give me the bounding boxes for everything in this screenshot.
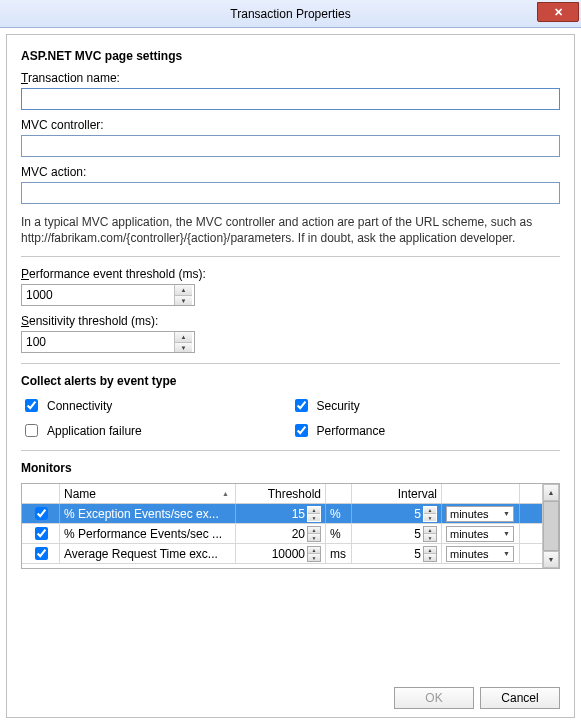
chevron-down-icon: ▼ — [503, 550, 510, 557]
close-icon: ✕ — [554, 6, 563, 19]
scroll-down-icon[interactable]: ▼ — [543, 551, 559, 568]
appfailure-label: Application failure — [47, 424, 142, 438]
sens-threshold-input[interactable] — [22, 332, 174, 352]
label-perf-threshold: Performance event threshold (ms): — [21, 267, 560, 281]
label-sens-threshold: Sensitivity threshold (ms): — [21, 314, 560, 328]
row-threshold[interactable]: 10000▲▼ — [236, 544, 326, 563]
interval-unit-dropdown[interactable]: minutes▼ — [446, 506, 514, 522]
interval-spinner[interactable]: ▲▼ — [423, 546, 437, 562]
label-mvc-controller: MVC controller: — [21, 118, 560, 132]
row-checkbox[interactable] — [35, 547, 48, 560]
section-monitors-heading: Monitors — [21, 461, 560, 475]
divider-3 — [21, 450, 560, 451]
row-threshold-unit: % — [326, 524, 352, 543]
dialog-body: ASP.NET MVC page settings Transaction na… — [6, 34, 575, 718]
label-transaction-name: Transaction name: — [21, 71, 560, 85]
divider-1 — [21, 256, 560, 257]
ok-button[interactable]: OK — [394, 687, 474, 709]
threshold-spinner[interactable]: ▲▼ — [307, 526, 321, 542]
table-row[interactable]: Average Request Time exc...10000▲▼ms5▲▼m… — [22, 544, 542, 564]
grid-header-check — [22, 484, 60, 503]
section-mvc-heading: ASP.NET MVC page settings — [21, 49, 560, 63]
row-checkbox[interactable] — [35, 507, 48, 520]
row-interval[interactable]: 5▲▼ — [352, 544, 442, 563]
performance-label: Performance — [317, 424, 386, 438]
threshold-spinner[interactable]: ▲▼ — [307, 546, 321, 562]
row-name: % Exception Events/sec ex... — [60, 504, 236, 523]
grid-header-thresh-unit — [326, 484, 352, 503]
spin-up-icon[interactable]: ▲ — [175, 332, 192, 343]
row-interval[interactable]: 5▲▼ — [352, 524, 442, 543]
row-interval-unit[interactable]: minutes▼ — [442, 544, 520, 563]
chevron-down-icon: ▼ — [503, 530, 510, 537]
spin-down-icon[interactable]: ▼ — [175, 343, 192, 353]
sort-asc-icon: ▲ — [222, 490, 229, 497]
table-row[interactable]: % Performance Events/sec ...20▲▼%5▲▼minu… — [22, 524, 542, 544]
grid-header-row: Name ▲ Threshold Interval — [22, 484, 542, 504]
security-label: Security — [317, 399, 360, 413]
divider-2 — [21, 363, 560, 364]
title-bar: Transaction Properties ✕ — [0, 0, 581, 28]
grid-header-interval[interactable]: Interval — [352, 484, 442, 503]
monitors-grid: Name ▲ Threshold Interval % Exception Ev… — [21, 483, 560, 569]
grid-header-name[interactable]: Name ▲ — [60, 484, 236, 503]
mvc-action-input[interactable] — [21, 182, 560, 204]
close-button[interactable]: ✕ — [537, 2, 579, 22]
security-checkbox[interactable] — [295, 399, 308, 412]
row-interval[interactable]: 5▲▼ — [352, 504, 442, 523]
grid-scrollbar[interactable]: ▲ ▼ — [542, 484, 559, 568]
mvc-description-text: In a typical MVC application, the MVC co… — [21, 214, 560, 246]
performance-checkbox[interactable] — [295, 424, 308, 437]
window-title: Transaction Properties — [230, 7, 350, 21]
label-mvc-action: MVC action: — [21, 165, 560, 179]
perf-threshold-spinner[interactable]: ▲ ▼ — [21, 284, 195, 306]
grid-header-threshold[interactable]: Threshold — [236, 484, 326, 503]
mvc-controller-input[interactable] — [21, 135, 560, 157]
row-interval-unit[interactable]: minutes▼ — [442, 524, 520, 543]
row-checkbox[interactable] — [35, 527, 48, 540]
connectivity-label: Connectivity — [47, 399, 112, 413]
row-name: % Performance Events/sec ... — [60, 524, 236, 543]
transaction-name-input[interactable] — [21, 88, 560, 110]
row-interval-unit[interactable]: minutes▼ — [442, 504, 520, 523]
section-alerts-heading: Collect alerts by event type — [21, 374, 560, 388]
row-threshold-unit: % — [326, 504, 352, 523]
table-row[interactable]: % Exception Events/sec ex...15▲▼%5▲▼minu… — [22, 504, 542, 524]
grid-header-interval-unit — [442, 484, 520, 503]
interval-unit-dropdown[interactable]: minutes▼ — [446, 526, 514, 542]
row-threshold-unit: ms — [326, 544, 352, 563]
row-threshold[interactable]: 15▲▼ — [236, 504, 326, 523]
interval-unit-dropdown[interactable]: minutes▼ — [446, 546, 514, 562]
spin-down-icon[interactable]: ▼ — [175, 296, 192, 306]
row-name: Average Request Time exc... — [60, 544, 236, 563]
threshold-spinner[interactable]: ▲▼ — [307, 506, 321, 522]
scroll-thumb[interactable] — [543, 501, 559, 551]
perf-threshold-input[interactable] — [22, 285, 174, 305]
connectivity-checkbox[interactable] — [25, 399, 38, 412]
chevron-down-icon: ▼ — [503, 510, 510, 517]
row-threshold[interactable]: 20▲▼ — [236, 524, 326, 543]
sens-threshold-spinner[interactable]: ▲ ▼ — [21, 331, 195, 353]
appfailure-checkbox[interactable] — [25, 424, 38, 437]
interval-spinner[interactable]: ▲▼ — [423, 506, 437, 522]
cancel-button[interactable]: Cancel — [480, 687, 560, 709]
spin-up-icon[interactable]: ▲ — [175, 285, 192, 296]
interval-spinner[interactable]: ▲▼ — [423, 526, 437, 542]
scroll-up-icon[interactable]: ▲ — [543, 484, 559, 501]
